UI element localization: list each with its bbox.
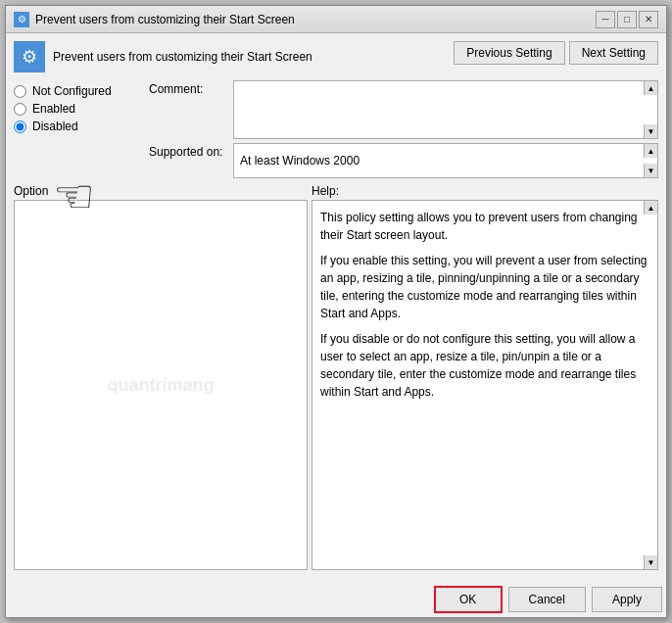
- options-col-label: Option: [14, 184, 308, 198]
- help-scroll-up[interactable]: ▲: [644, 201, 657, 215]
- supported-row: Supported on: At least Windows 2000 ▲ ▼: [149, 143, 658, 178]
- title-buttons: ─ □ ✕: [596, 11, 658, 28]
- supported-box: At least Windows 2000 ▲ ▼: [233, 143, 658, 178]
- policy-icon: ⚙: [14, 41, 45, 72]
- options-label: Option: [14, 184, 48, 198]
- radio-not-configured-input[interactable]: [14, 85, 26, 98]
- comment-row: Comment: ▲ ▼: [149, 80, 658, 139]
- window-title: Prevent users from customizing their Sta…: [35, 13, 295, 26]
- main-window: ⚙ Prevent users from customizing their S…: [5, 5, 667, 618]
- radio-group: Not Configured Enabled Disabled: [14, 80, 141, 133]
- radio-disabled-label: Disabled: [32, 120, 78, 133]
- settings-section: Not Configured Enabled Disabled ☞: [14, 80, 658, 178]
- cancel-button[interactable]: Cancel: [508, 587, 586, 612]
- radio-disabled: Disabled: [14, 120, 141, 133]
- header-left: ⚙ Prevent users from customizing their S…: [14, 41, 312, 72]
- supported-scroll-up[interactable]: ▲: [644, 144, 657, 158]
- radio-enabled-input[interactable]: [14, 103, 26, 116]
- help-scroll-down[interactable]: ▼: [644, 555, 657, 569]
- radio-enabled-label: Enabled: [32, 102, 75, 116]
- radio-not-configured-label: Not Configured: [32, 84, 112, 98]
- comment-box: ▲ ▼: [233, 80, 658, 139]
- help-text-content: This policy setting allows you to preven…: [320, 209, 649, 401]
- options-panel: quantrimang: [14, 200, 308, 570]
- help-para-1: This policy setting allows you to preven…: [320, 209, 649, 244]
- help-panel: This policy setting allows you to preven…: [312, 200, 658, 570]
- supported-label: Supported on:: [149, 143, 227, 159]
- ok-button[interactable]: OK: [434, 586, 503, 613]
- window-icon: ⚙: [14, 12, 29, 27]
- help-para-3: If you disable or do not configure this …: [320, 330, 649, 401]
- header-buttons: Previous Setting Next Setting: [454, 41, 658, 65]
- maximize-button[interactable]: □: [617, 11, 637, 28]
- comment-label: Comment:: [149, 80, 227, 96]
- right-settings: Comment: ▲ ▼ Supported on: At least Wind…: [149, 80, 658, 178]
- content-area: ⚙ Prevent users from customizing their S…: [6, 33, 666, 578]
- apply-button[interactable]: Apply: [592, 587, 662, 612]
- main-panels: quantrimang This policy setting allows y…: [14, 200, 658, 570]
- radio-disabled-input[interactable]: [14, 120, 26, 133]
- radio-enabled: Enabled: [14, 102, 141, 116]
- supported-scroll-down[interactable]: ▼: [644, 164, 657, 177]
- comment-scroll-down[interactable]: ▼: [644, 124, 657, 138]
- prev-setting-button[interactable]: Previous Setting: [454, 41, 564, 65]
- minimize-button[interactable]: ─: [596, 11, 615, 28]
- radio-not-configured: Not Configured: [14, 84, 141, 98]
- help-para-2: If you enable this setting, you will pre…: [320, 252, 649, 322]
- supported-value: At least Windows 2000: [240, 154, 360, 168]
- watermark: quantrimang: [107, 375, 214, 396]
- options-help-labels: Option Help:: [14, 184, 658, 198]
- comment-scroll-up[interactable]: ▲: [644, 81, 657, 95]
- close-button[interactable]: ✕: [639, 11, 658, 28]
- help-col-label: Help:: [312, 184, 658, 198]
- help-label: Help:: [312, 184, 339, 198]
- footer: OK Cancel Apply: [6, 578, 666, 617]
- top-header: ⚙ Prevent users from customizing their S…: [14, 41, 658, 72]
- title-bar: ⚙ Prevent users from customizing their S…: [6, 6, 666, 33]
- header-title: Prevent users from customizing their Sta…: [53, 50, 312, 64]
- title-bar-left: ⚙ Prevent users from customizing their S…: [14, 12, 295, 27]
- next-setting-button[interactable]: Next Setting: [569, 41, 658, 65]
